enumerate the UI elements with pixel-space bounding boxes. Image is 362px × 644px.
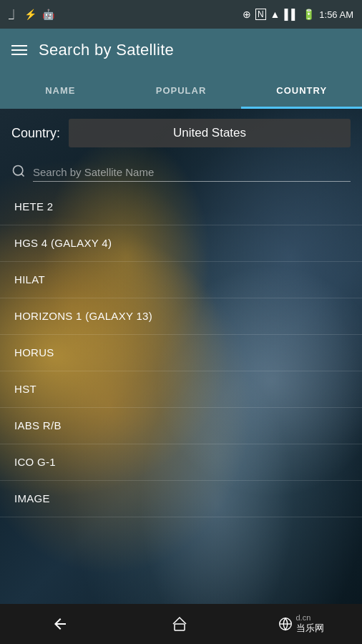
list-item[interactable]: ICO G-1 bbox=[0, 444, 362, 481]
list-item[interactable]: HETE 2 bbox=[0, 189, 362, 225]
satellite-name: HETE 2 bbox=[14, 200, 53, 213]
list-item[interactable]: IMAGE bbox=[0, 481, 362, 517]
tabs-bar: NAME POPULAR COUNTRY bbox=[0, 72, 362, 109]
n-icon: N bbox=[255, 9, 266, 20]
status-bar-left: ⏌ ⚡ 🤖 bbox=[9, 9, 54, 20]
battery-icon: 🔋 bbox=[303, 9, 315, 20]
home-button[interactable] bbox=[158, 610, 201, 638]
tab-popular[interactable]: POPULAR bbox=[121, 72, 242, 109]
app-bar: Search by Satellite bbox=[0, 29, 362, 72]
usb2-icon: ⚡ bbox=[24, 9, 36, 20]
tab-country[interactable]: COUNTRY bbox=[241, 72, 362, 109]
crosshair-icon: ⊕ bbox=[243, 9, 251, 20]
satellite-list: HETE 2 HGS 4 (GALAXY 4) HILAT HORIZONS 1… bbox=[0, 189, 362, 517]
tab-name[interactable]: NAME bbox=[0, 72, 121, 109]
list-item[interactable]: HILAT bbox=[0, 262, 362, 298]
country-selector-button[interactable]: United States bbox=[69, 119, 351, 147]
country-label: Country: bbox=[11, 126, 60, 141]
search-bar bbox=[0, 157, 362, 189]
status-bar-right: ⊕ N ▲ ▌▌ 🔋 1:56 AM bbox=[243, 9, 353, 20]
hamburger-menu-button[interactable] bbox=[11, 45, 27, 55]
status-time: 1:56 AM bbox=[319, 9, 353, 20]
search-input[interactable] bbox=[33, 163, 351, 182]
satellite-name: HILAT bbox=[14, 273, 45, 286]
signal-icon: ▌▌ bbox=[284, 9, 298, 20]
satellite-name: ICO G-1 bbox=[14, 456, 56, 468]
satellite-name: HORIZONS 1 (GALAXY 13) bbox=[14, 310, 152, 322]
list-item[interactable]: HORIZONS 1 (GALAXY 13) bbox=[0, 298, 362, 335]
country-row: Country: United States bbox=[0, 109, 362, 157]
list-item[interactable]: HST bbox=[0, 371, 362, 408]
country-selected-value: United States bbox=[173, 126, 246, 140]
satellite-name: IMAGE bbox=[14, 492, 50, 504]
svg-point-0 bbox=[14, 165, 23, 175]
satellite-name: HORUS bbox=[14, 346, 54, 358]
search-icon bbox=[11, 164, 26, 182]
svg-rect-2 bbox=[175, 624, 185, 630]
signal-brand-button[interactable]: d.cn 当乐网 bbox=[278, 610, 324, 638]
satellite-name: HGS 4 (GALAXY 4) bbox=[14, 237, 112, 249]
android-icon: 🤖 bbox=[42, 9, 54, 20]
satellite-name: IABS R/B bbox=[14, 419, 62, 431]
svg-line-1 bbox=[21, 173, 24, 176]
nav-bar: d.cn 当乐网 bbox=[0, 604, 362, 644]
main-content: Country: United States HETE 2 HGS 4 (GAL… bbox=[0, 109, 362, 604]
list-item[interactable]: HGS 4 (GALAXY 4) bbox=[0, 225, 362, 262]
brand-main-text: 当乐网 bbox=[296, 622, 324, 635]
app-title: Search by Satellite bbox=[39, 41, 174, 59]
brand-sub-text: d.cn bbox=[296, 613, 311, 622]
satellite-name: HST bbox=[14, 383, 36, 395]
usb-icon: ⏌ bbox=[9, 9, 19, 20]
list-item[interactable]: IABS R/B bbox=[0, 408, 362, 444]
list-item[interactable]: HORUS bbox=[0, 335, 362, 371]
status-bar: ⏌ ⚡ 🤖 ⊕ N ▲ ▌▌ 🔋 1:56 AM bbox=[0, 0, 362, 29]
wifi-icon: ▲ bbox=[270, 9, 280, 20]
back-button[interactable] bbox=[39, 610, 82, 638]
